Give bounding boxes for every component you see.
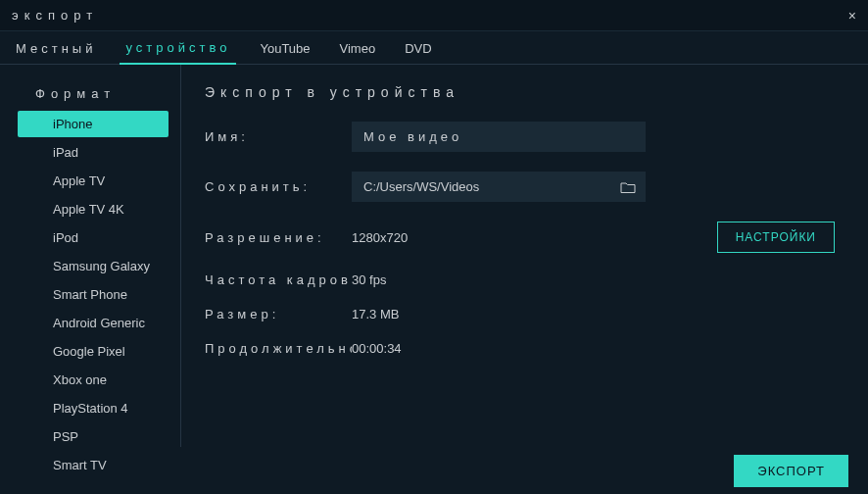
window-title: экспорт bbox=[12, 8, 98, 23]
sidebar-item-samsung-galaxy[interactable]: Samsung Galaxy bbox=[18, 253, 169, 279]
sidebar-item-ipod[interactable]: iPod bbox=[18, 224, 169, 251]
row-size: Размер: 17.3 MB bbox=[205, 307, 844, 321]
save-label: Сохранить: bbox=[205, 179, 352, 194]
tab-dvd[interactable]: DVD bbox=[399, 33, 437, 64]
folder-icon[interactable] bbox=[610, 181, 646, 193]
export-button[interactable]: ЭКСПОРТ bbox=[734, 455, 848, 487]
titlebar: экспорт × bbox=[0, 0, 868, 31]
resolution-label: Разрешение: bbox=[205, 230, 352, 245]
row-duration: Продолжительность: 00:00:34 bbox=[205, 341, 844, 356]
tab-youtube[interactable]: YouTube bbox=[254, 33, 315, 64]
duration-value: 00:00:34 bbox=[352, 341, 402, 356]
sidebar-item-iphone[interactable]: iPhone bbox=[18, 111, 169, 137]
row-framerate: Частота кадров: 30 fps bbox=[205, 272, 844, 287]
body: Формат iPhone iPad Apple TV Apple TV 4K … bbox=[0, 65, 868, 447]
row-name: Имя: bbox=[205, 122, 844, 152]
name-input[interactable] bbox=[352, 122, 646, 152]
save-input-wrap bbox=[352, 172, 646, 202]
framerate-label: Частота кадров: bbox=[205, 272, 352, 287]
resolution-value: 1280x720 bbox=[352, 230, 408, 245]
sidebar-item-smart-phone[interactable]: Smart Phone bbox=[18, 281, 169, 308]
tab-local[interactable]: Местный bbox=[10, 33, 102, 64]
sidebar-item-android-generic[interactable]: Android Generic bbox=[18, 310, 169, 336]
sidebar-item-psp[interactable]: PSP bbox=[18, 423, 169, 450]
size-value: 17.3 MB bbox=[352, 307, 399, 321]
sidebar-item-playstation-4[interactable]: PlayStation 4 bbox=[18, 395, 169, 421]
sidebar-item-smart-tv[interactable]: Smart TV bbox=[18, 452, 169, 478]
row-save: Сохранить: bbox=[205, 172, 844, 202]
row-resolution: Разрешение: 1280x720 НАСТРОЙКИ bbox=[205, 222, 844, 253]
sidebar-item-google-pixel[interactable]: Google Pixel bbox=[18, 338, 169, 365]
sidebar-header: Формат bbox=[0, 82, 180, 111]
main-panel: Экспорт в устройства Имя: Сохранить: Раз… bbox=[181, 65, 868, 447]
duration-label: Продолжительность: bbox=[205, 341, 352, 356]
framerate-value: 30 fps bbox=[352, 272, 386, 287]
sidebar-item-apple-tv-4k[interactable]: Apple TV 4K bbox=[18, 196, 169, 222]
name-label: Имя: bbox=[205, 129, 352, 144]
sidebar-item-ipad[interactable]: iPad bbox=[18, 139, 169, 166]
size-label: Размер: bbox=[205, 307, 352, 321]
save-input[interactable] bbox=[352, 172, 610, 202]
tab-vimeo[interactable]: Vimeo bbox=[334, 33, 382, 64]
tabs: Местный устройство YouTube Vimeo DVD bbox=[0, 31, 868, 65]
sidebar: Формат iPhone iPad Apple TV Apple TV 4K … bbox=[0, 65, 181, 447]
tab-device[interactable]: устройство bbox=[120, 32, 236, 65]
settings-button[interactable]: НАСТРОЙКИ bbox=[717, 222, 835, 253]
main-title: Экспорт в устройства bbox=[205, 84, 844, 100]
sidebar-item-xbox-one[interactable]: Xbox one bbox=[18, 367, 169, 393]
close-icon[interactable]: × bbox=[848, 8, 856, 24]
sidebar-item-apple-tv[interactable]: Apple TV bbox=[18, 168, 169, 194]
